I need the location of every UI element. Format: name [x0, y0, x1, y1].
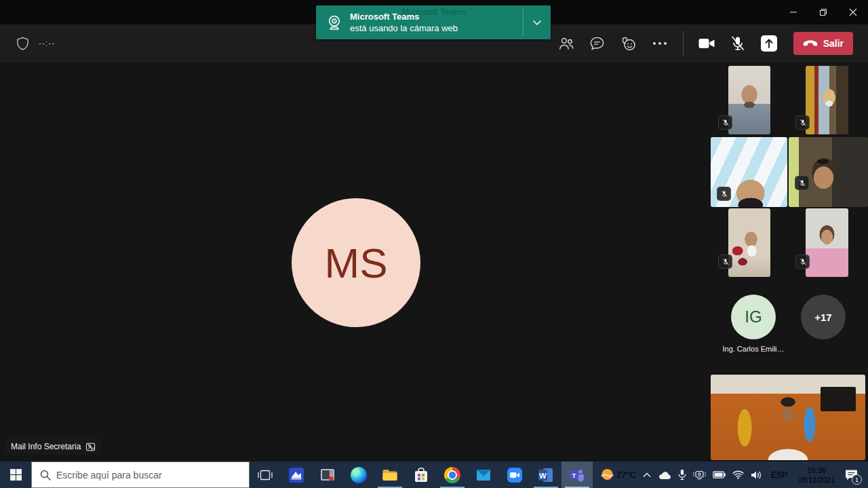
restore-icon [819, 8, 827, 16]
reactions-icon [620, 36, 637, 52]
search-input[interactable] [56, 470, 249, 481]
camera-toggle-button[interactable] [693, 30, 720, 57]
chat-icon [589, 36, 605, 51]
start-button[interactable] [0, 462, 31, 488]
microphone-tray-button[interactable] [675, 462, 690, 488]
battery-tray-button[interactable] [709, 462, 729, 488]
banner-app-name: Microsoft Teams [350, 12, 523, 22]
leave-button[interactable]: Salir [793, 32, 853, 55]
participant-video [789, 137, 868, 207]
windows-logo-icon [10, 469, 22, 481]
speaker-video-tile[interactable] [711, 375, 865, 460]
taskbar-app-word[interactable]: W [530, 462, 561, 488]
scanner-app-icon [288, 467, 304, 483]
taskbar-app-snip-sketch[interactable] [312, 462, 343, 488]
svg-text:T: T [572, 471, 576, 478]
close-icon [849, 8, 857, 16]
speaker-icon [751, 470, 762, 480]
taskbar-search[interactable] [31, 462, 250, 488]
participant-initials-avatar[interactable]: IG [731, 295, 776, 339]
temperature-label: 27°C [616, 470, 636, 480]
mic-muted-icon [730, 35, 746, 52]
pinned-participant-name: Mail Info Secretaria [11, 442, 81, 451]
svg-text:W: W [539, 471, 547, 479]
chevron-down-icon [532, 20, 542, 26]
taskbar-app-zoom[interactable] [499, 462, 530, 488]
camera-in-use-icon [693, 470, 706, 480]
microphone-icon [678, 469, 686, 481]
action-center-button[interactable]: 1 [841, 462, 865, 488]
taskbar-app-file-explorer[interactable] [374, 462, 406, 488]
tv-in-video [821, 387, 856, 411]
onedrive-tray-button[interactable] [654, 462, 675, 488]
participant-video-tile[interactable] [728, 208, 770, 277]
security-button[interactable] [16, 30, 29, 57]
camera-in-use-tray-button[interactable] [690, 462, 709, 488]
participant-video [806, 66, 848, 134]
participant-video-tile[interactable] [728, 66, 770, 134]
taskbar-app-scanner[interactable] [281, 462, 312, 488]
participant-video-tile[interactable] [711, 137, 787, 207]
onedrive-cloud-icon [658, 470, 671, 480]
participant-video-tile[interactable] [789, 137, 868, 207]
camera-notification-banner[interactable]: Microsoft Teams está usando la cámara we… [316, 5, 551, 39]
mic-muted-badge [795, 115, 810, 130]
search-icon [40, 470, 51, 481]
tray-overflow-button[interactable] [639, 462, 654, 488]
minimize-button[interactable] [778, 0, 808, 24]
windows-taskbar: W T 27°C [0, 462, 868, 488]
toolbar-divider [683, 31, 684, 56]
mic-muted-badge [718, 255, 732, 269]
main-avatar-initials: MS [325, 239, 388, 287]
leave-button-label: Salir [823, 38, 844, 49]
clock[interactable]: 16:36 28/12/2021 [793, 466, 841, 485]
taskbar-app-chrome[interactable] [437, 462, 468, 488]
window-controls [778, 0, 868, 24]
banner-expand-button[interactable] [524, 5, 551, 39]
task-view-button[interactable] [250, 462, 281, 488]
meeting-timer: --:-- [39, 39, 55, 48]
taskbar-app-edge[interactable] [343, 462, 374, 488]
overflow-count: +17 [814, 312, 831, 323]
taskbar-app-teams[interactable]: T [561, 462, 593, 488]
shield-icon [16, 37, 29, 51]
mic-muted-badge [717, 187, 731, 201]
pinned-participant-nameplate: Mail Info Secretaria [5, 438, 101, 455]
edge-icon [351, 467, 367, 483]
weather-widget[interactable]: 27°C [596, 462, 639, 488]
share-button[interactable] [755, 30, 783, 57]
participant-video-tile[interactable] [806, 66, 848, 134]
overflow-participants-badge[interactable]: +17 [801, 295, 846, 339]
more-options-button[interactable] [646, 30, 673, 57]
more-options-icon [652, 41, 667, 45]
main-participant-avatar: MS [292, 198, 420, 327]
wifi-tray-button[interactable] [729, 462, 747, 488]
taskbar-app-mail[interactable] [468, 462, 499, 488]
clock-date: 28/12/2021 [798, 475, 835, 485]
system-tray: 27°C [596, 462, 868, 488]
banner-text: Microsoft Teams está usando la cámara we… [350, 12, 523, 33]
participant-video [806, 208, 848, 277]
battery-icon [713, 471, 726, 478]
reactions-button[interactable] [615, 30, 642, 57]
language-indicator[interactable]: ESP [766, 462, 793, 488]
notification-count-badge: 1 [852, 474, 862, 485]
word-icon: W [538, 467, 554, 483]
weather-sun-icon [599, 467, 615, 483]
mic-muted-badge [795, 255, 810, 269]
wifi-icon [732, 470, 744, 479]
mic-toggle-button[interactable] [724, 30, 751, 57]
participants-button[interactable] [553, 30, 580, 57]
taskbar-app-store[interactable] [406, 462, 437, 488]
restore-button[interactable] [808, 0, 838, 24]
volume-tray-button[interactable] [747, 462, 766, 488]
webcam-icon [325, 13, 344, 32]
participant-name-label: Ing. Carlos Emili… [706, 345, 801, 353]
participant-video [728, 66, 770, 134]
close-button[interactable] [838, 0, 868, 24]
microsoft-store-icon [413, 467, 429, 483]
zoom-icon [507, 467, 523, 483]
participant-video-tile[interactable] [806, 208, 848, 277]
participant-muted-icon [85, 442, 96, 452]
chat-button[interactable] [584, 30, 611, 57]
